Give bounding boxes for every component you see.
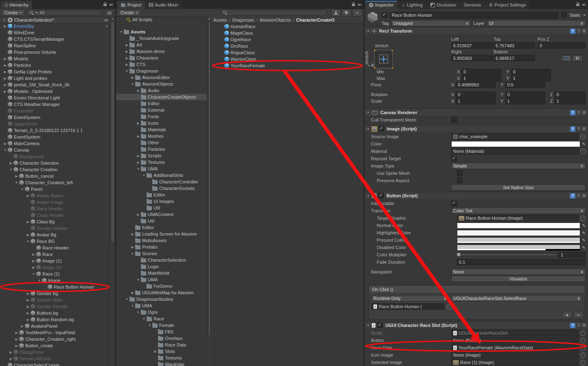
foldout-arrow-icon[interactable]: ▶ <box>2 83 8 87</box>
canvas-renderer-header[interactable]: ▼ Canvas Renderer ? ☰ ⚙ <box>364 108 588 117</box>
hierarchy-item[interactable]: Background <box>0 153 110 160</box>
anchor-preset-widget[interactable] <box>374 50 393 68</box>
anchors-max-y-field[interactable]: 1 <box>511 75 551 82</box>
visualize-button[interactable]: Visualize <box>451 276 586 282</box>
pivot-y-field[interactable]: 0.5 <box>505 82 545 88</box>
right-field[interactable]: 5.800363 <box>451 55 493 61</box>
hierarchy-item[interactable]: ▼Image <box>0 277 110 284</box>
hierarchy-item[interactable]: ▶prefab_SM_Small_Rock_06 <box>0 82 110 88</box>
active-checkbox[interactable] <box>382 12 387 18</box>
project-folder[interactable]: ▶Icons <box>116 120 207 126</box>
selected-image-field[interactable]: Race (1) (Image) <box>451 359 579 366</box>
hierarchy-item[interactable]: ▶DialogPanel <box>0 349 110 355</box>
hierarchy-item[interactable]: WindZone <box>0 29 110 36</box>
project-folder[interactable]: Editor <box>116 192 207 198</box>
hierarchy-item[interactable]: ▶Character_Creation_right <box>0 336 110 342</box>
foldout-arrow-icon[interactable]: ▶ <box>2 70 8 74</box>
foldout-arrow-icon[interactable]: ▶ <box>136 121 141 125</box>
hierarchy-item[interactable]: CharacterSelectCreate <box>0 362 110 366</box>
hierarchy-item[interactable]: Class Header <box>0 212 110 218</box>
foldout-arrow-icon[interactable]: ▶ <box>8 357 13 361</box>
foldout-arrow-icon[interactable]: ▶ <box>2 64 8 67</box>
foldout-arrow-icon[interactable]: ▶ <box>14 174 19 178</box>
breadcrumb-atavismobjects[interactable]: AtavismObjects <box>260 18 291 22</box>
set-native-size-button[interactable]: Set Native Size <box>451 184 586 191</box>
project-folder[interactable]: Other <box>116 139 207 146</box>
hierarchy-sort-button[interactable] <box>105 9 114 16</box>
help-icon[interactable]: ? <box>570 193 575 198</box>
foldout-arrow-icon[interactable]: ▼ <box>31 272 36 276</box>
project-folder[interactable]: Particles <box>116 146 207 152</box>
preserve-aspect-checkbox[interactable] <box>457 178 463 183</box>
presets-icon[interactable]: ☰ <box>577 127 580 131</box>
project-folder[interactable]: Fonts <box>116 113 207 120</box>
lock-icon[interactable] <box>352 4 355 6</box>
project-folder[interactable]: Editor <box>116 100 207 107</box>
foldout-arrow-icon[interactable]: ▶ <box>2 24 8 28</box>
foldout-arrow-icon[interactable]: ▼ <box>124 69 129 73</box>
disabled-color-swatch[interactable] <box>457 245 580 251</box>
project-folder[interactable]: ▼UMA <box>116 302 207 309</box>
eyedropper-icon[interactable]: ✎ <box>582 142 586 146</box>
saved-search-all-scripts[interactable]: All Scripts <box>116 16 207 23</box>
project-folder[interactable]: ▶Prefabs <box>116 244 207 250</box>
filter-by-label-button[interactable] <box>342 9 351 16</box>
project-folder[interactable]: CharacterSelection <box>116 257 207 263</box>
help-icon[interactable]: ? <box>570 29 575 34</box>
top-field[interactable]: 5.757483 <box>494 42 535 49</box>
tab-project-settings[interactable]: ⚙ Project Settings <box>485 1 529 9</box>
color-multiplier-field[interactable]: 1 <box>559 252 586 258</box>
search-filter-caret-icon[interactable] <box>35 12 38 13</box>
hierarchy-item[interactable]: Terrain_0_0-20180122-123716 1 1 <box>0 127 110 134</box>
hierarchy-item[interactable]: Post-process Volume <box>0 49 110 55</box>
project-folder[interactable]: MainWorld <box>116 270 207 276</box>
material-field[interactable]: None (Material) <box>451 148 579 154</box>
scroll-up-icon[interactable]: ▲ <box>110 16 115 21</box>
object-picker-icon[interactable] <box>580 360 586 365</box>
hierarchy-item[interactable]: ▶Models <box>0 55 110 62</box>
scale-y-field[interactable]: 1 <box>505 98 545 104</box>
pane-menu-icon[interactable]: ▾≡ <box>358 2 361 7</box>
anchors-min-y-field[interactable]: 0 <box>511 69 551 75</box>
project-folder[interactable]: ▶Textures <box>116 159 207 165</box>
foldout-arrow-icon[interactable]: ▶ <box>31 259 36 263</box>
asset-item[interactable]: OrcRace <box>211 43 364 49</box>
foldout-arrow-icon[interactable]: ▼ <box>366 324 370 327</box>
foldout-arrow-icon[interactable]: ▼ <box>141 317 147 321</box>
foldout-arrow-icon[interactable]: ▼ <box>14 181 19 185</box>
source-image-field[interactable]: char_example <box>451 133 579 140</box>
foldout-arrow-icon[interactable]: ▼ <box>130 304 135 308</box>
hierarchy-item-envirosky[interactable]: ▶EnviroSky› <box>0 23 110 29</box>
hierarchy-item[interactable]: CTS.CTSTerrainManager <box>0 36 110 42</box>
hierarchy-item[interactable]: ▶Image (1) <box>0 258 110 264</box>
hierarchy-item[interactable]: ▶Avatar Bg <box>0 232 110 238</box>
foldout-arrow-icon[interactable]: ▼ <box>130 82 135 86</box>
navigation-dropdown[interactable]: None <box>451 269 586 275</box>
foldout-arrow-icon[interactable]: ▶ <box>14 344 19 348</box>
pressed-color-swatch[interactable] <box>457 237 580 243</box>
presets-icon[interactable]: ☰ <box>577 323 580 327</box>
hierarchy-item[interactable]: EventSystem <box>0 114 110 121</box>
prefab-chevron-icon[interactable]: › <box>106 23 108 29</box>
hierarchy-item[interactable]: ▶Character Selection <box>0 160 110 166</box>
project-folder[interactable]: Race Data <box>116 342 207 348</box>
gear-icon[interactable]: ⚙ <box>582 110 586 115</box>
tab-project[interactable]: Project <box>117 1 145 9</box>
object-picker-icon[interactable] <box>580 338 586 343</box>
foldout-arrow-icon[interactable]: ▶ <box>2 142 8 146</box>
image-type-dropdown[interactable]: Simple <box>451 163 586 169</box>
scale-z-field[interactable]: 1 <box>554 98 586 104</box>
object-picker-icon[interactable] <box>580 216 586 221</box>
foldout-arrow-icon[interactable]: ▶ <box>136 154 141 158</box>
project-folder[interactable]: ▶UGUIMiniMap for Atavism <box>116 289 207 296</box>
project-folder[interactable]: Wardrobe <box>116 361 207 366</box>
tab-lighting[interactable]: ☼ Lighting <box>397 1 426 9</box>
foldout-arrow-icon[interactable]: ▼ <box>8 168 13 172</box>
foldout-arrow-icon[interactable]: ▶ <box>153 350 158 353</box>
object-picker-icon[interactable] <box>580 134 586 139</box>
project-folder[interactable]: ▼Dragonsan <box>116 68 207 74</box>
blueprint-mode-button[interactable] <box>561 55 572 61</box>
tab-inspector[interactable]: i Inspector <box>365 1 397 9</box>
hierarchy-item[interactable]: ▶Button_create <box>0 342 110 349</box>
button-ref-field[interactable]: None (Button) <box>451 337 579 344</box>
